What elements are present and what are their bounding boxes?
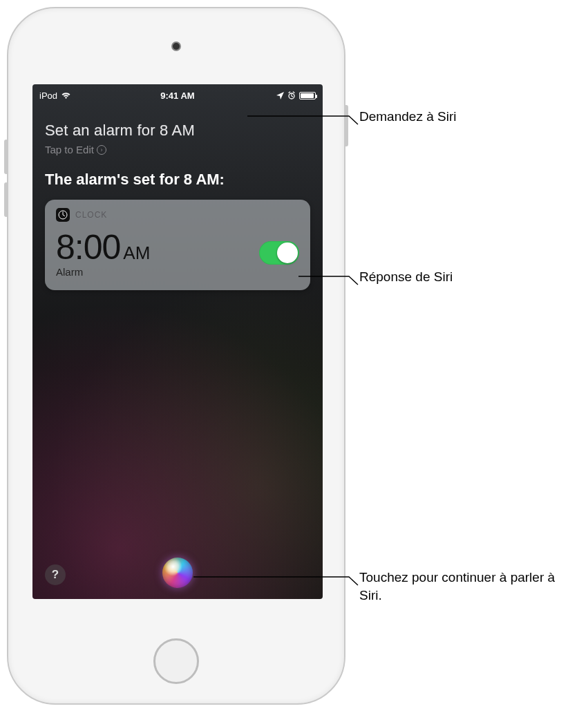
callout-siri-reply: Réponse de Siri [359,268,453,286]
callout-ask-siri: Demandez à Siri [359,108,456,126]
callout-tap-continue: Touchez pour continuer à parler à Siri. [359,569,573,604]
